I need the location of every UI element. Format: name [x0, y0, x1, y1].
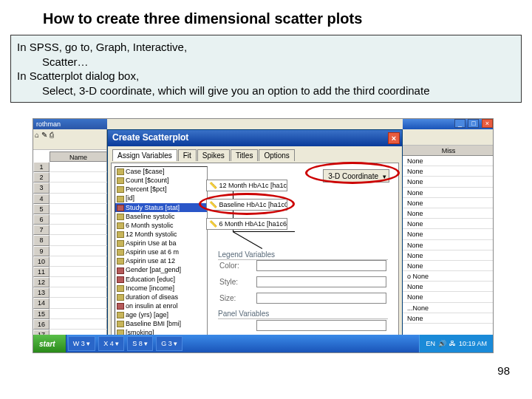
maximize-icon[interactable]: □ [468, 119, 479, 128]
variable-item[interactable]: Percent [$pct] [115, 185, 207, 194]
cell[interactable] [50, 309, 107, 319]
cell[interactable] [50, 319, 107, 330]
cell[interactable] [50, 298, 107, 308]
tab-fit[interactable]: Fit [178, 149, 197, 161]
color-dropzone[interactable] [256, 260, 386, 271]
cell[interactable]: None [403, 188, 494, 198]
tab-assign-variables[interactable]: Assign Variables [112, 149, 177, 161]
missing-column-header[interactable]: Miss [403, 146, 494, 156]
row-number[interactable]: 1 [33, 162, 50, 172]
cell[interactable]: ...None [403, 303, 494, 313]
variable-item[interactable]: duration of diseas [115, 293, 207, 301]
row-number[interactable]: 16 [33, 319, 50, 330]
tray-lang[interactable]: EN [426, 340, 435, 347]
dialog-titlebar[interactable]: Create Scatterplot × [108, 130, 402, 146]
cell[interactable]: None [403, 219, 494, 229]
cell[interactable]: None [403, 198, 494, 208]
variable-item[interactable]: Aspirin use at 12 [115, 256, 207, 265]
spss-col-header[interactable]: Name [50, 151, 107, 162]
cell[interactable] [50, 246, 107, 256]
cell[interactable] [50, 183, 107, 193]
row-number[interactable]: 3 [33, 183, 50, 193]
row-number[interactable]: 7 [33, 225, 50, 235]
row-number[interactable]: 2 [33, 172, 50, 183]
main-menubar[interactable] [403, 129, 494, 146]
cell[interactable] [50, 172, 107, 183]
cell[interactable]: None [403, 156, 494, 166]
variable-item[interactable]: Aspirin Use at ba [115, 239, 207, 248]
tab-options[interactable]: Options [259, 149, 294, 161]
variable-item[interactable]: Count [$count] [115, 176, 207, 185]
panel-variable-dropzone[interactable] [256, 320, 386, 331]
cell[interactable]: None [403, 250, 494, 261]
minimize-icon[interactable]: _ [454, 119, 466, 128]
cell[interactable]: None [403, 282, 494, 292]
cell[interactable]: o None [403, 271, 494, 282]
spss-cells[interactable] [50, 162, 107, 340]
cell[interactable] [50, 277, 107, 287]
taskbar-item[interactable]: G 3 ▾ [156, 336, 183, 351]
variable-item[interactable]: Study Status [stat] [115, 203, 207, 212]
variable-item[interactable]: Case [$case] [115, 167, 207, 176]
cell[interactable] [50, 194, 107, 204]
taskbar-item[interactable]: S 8 ▾ [127, 336, 153, 351]
row-number[interactable]: 15 [33, 309, 50, 319]
tab-spikes[interactable]: Spikes [197, 149, 230, 161]
cell[interactable]: None [403, 229, 494, 239]
cell[interactable]: None [403, 261, 494, 271]
variable-item[interactable]: age (yrs) [age] [115, 310, 207, 319]
row-number[interactable]: 4 [33, 194, 50, 204]
row-number[interactable]: 12 [33, 277, 50, 287]
variable-item[interactable]: Education [educ] [115, 275, 207, 284]
z-axis-dropzone[interactable]: 📏 Baseline HbA1c [ha1c0] [206, 199, 287, 211]
row-number[interactable]: 10 [33, 256, 50, 267]
variable-list[interactable]: Case [$case]Count [$count]Percent [$pct]… [115, 166, 208, 344]
y-axis-dropzone[interactable]: 📏 12 Month HbA1c [ha1c1] [206, 180, 287, 191]
cell[interactable]: None [403, 240, 494, 250]
tab-titles[interactable]: Titles [231, 149, 259, 161]
cell[interactable] [50, 214, 107, 225]
row-number[interactable]: 5 [33, 204, 50, 214]
taskbar-item[interactable]: W 3 ▾ [68, 336, 96, 351]
system-tray[interactable]: EN 🔊 🖧 10:19 AM [419, 335, 493, 352]
row-number[interactable]: 13 [33, 287, 50, 298]
cell[interactable] [50, 235, 107, 245]
cell[interactable] [50, 287, 107, 298]
variable-item[interactable]: 6 Month systolic [115, 221, 207, 230]
tray-network-icon[interactable]: 🖧 [449, 340, 456, 347]
cell[interactable] [50, 162, 107, 172]
taskbar-item[interactable]: X 4 ▾ [98, 336, 124, 351]
cell[interactable]: None [403, 177, 494, 187]
cell[interactable]: None [403, 166, 494, 177]
cell[interactable] [50, 204, 107, 214]
tray-clock[interactable]: 10:19 AM [459, 340, 487, 347]
row-number[interactable]: 14 [33, 298, 50, 308]
variable-item[interactable]: [id] [115, 194, 207, 202]
cell[interactable] [50, 267, 107, 277]
variable-item[interactable]: Baseline BMI [bmi] [115, 319, 207, 328]
cell[interactable]: None [403, 313, 494, 324]
variable-item[interactable]: Aspirin use at 6 m [115, 248, 207, 256]
cell[interactable]: None [403, 292, 494, 302]
style-dropzone[interactable] [256, 276, 386, 287]
close-icon[interactable]: × [482, 119, 493, 128]
row-number[interactable]: 9 [33, 246, 50, 256]
close-icon[interactable]: × [388, 132, 400, 144]
start-button[interactable]: start [33, 335, 66, 352]
cell[interactable] [50, 225, 107, 235]
cell[interactable]: None [403, 208, 494, 219]
row-number[interactable]: 8 [33, 235, 50, 245]
variable-item[interactable]: 12 Month systolic [115, 230, 207, 239]
missing-column-cells[interactable]: NoneNoneNoneNoneNoneNoneNoneNoneNoneNone… [403, 156, 494, 324]
coordinate-dropdown[interactable]: 3-D Coordinate [323, 169, 389, 183]
size-dropzone[interactable] [256, 293, 386, 304]
variable-item[interactable]: Income [income] [115, 284, 207, 293]
variable-item[interactable]: on insulin at enrol [115, 301, 207, 310]
tray-volume-icon[interactable]: 🔊 [438, 340, 446, 347]
x-axis-dropzone[interactable]: 📏 6 Month HbA1c [ha1c6] [206, 218, 287, 230]
variable-item[interactable]: Baseline systolic [115, 212, 207, 221]
cell[interactable] [50, 256, 107, 267]
variable-item[interactable]: Gender [pat_gend] [115, 265, 207, 274]
row-number[interactable]: 6 [33, 214, 50, 225]
row-number[interactable]: 11 [33, 267, 50, 277]
